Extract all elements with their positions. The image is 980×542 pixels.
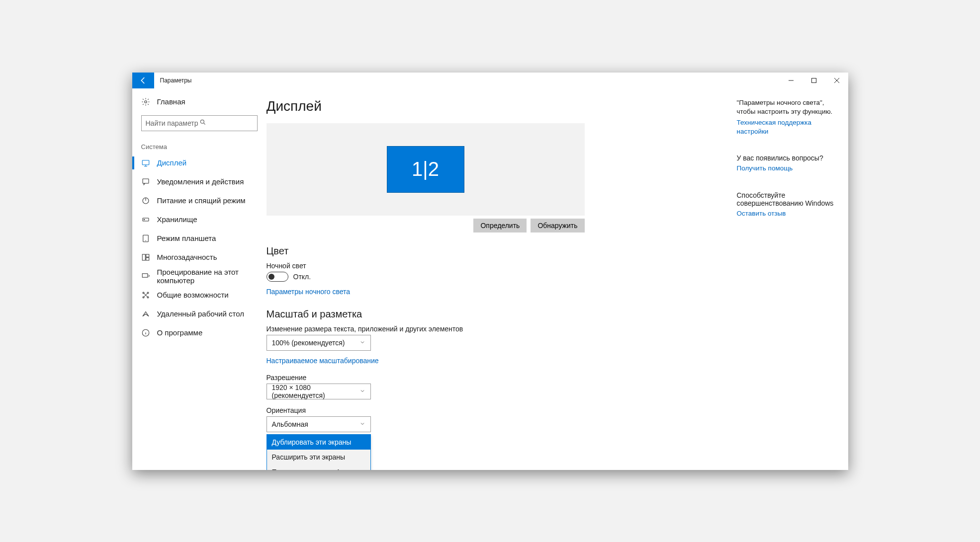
monitor-tile[interactable]: 1|2	[387, 146, 464, 193]
window-body: Главная Найти параметр Система Дисплей У…	[132, 88, 848, 470]
chevron-down-icon	[359, 420, 365, 428]
resolution-value: 1920 × 1080 (рекомендуется)	[272, 384, 359, 399]
search-placeholder: Найти параметр	[146, 119, 199, 127]
color-heading: Цвет	[267, 245, 727, 257]
notification-icon	[141, 177, 150, 186]
search-input[interactable]: Найти параметр	[141, 115, 258, 131]
power-icon	[141, 196, 150, 205]
orientation-label: Ориентация	[267, 406, 727, 414]
info-panel: "Параметры ночного света", чтобы настрои…	[727, 98, 836, 470]
svg-point-1	[144, 100, 147, 103]
monitor-label: 1|2	[412, 158, 439, 180]
detect-button[interactable]: Обнаружить	[531, 219, 584, 232]
page-title: Дисплей	[267, 98, 727, 114]
scale-heading: Масштаб и разметка	[267, 309, 727, 320]
multiple-displays-dropdown: Дублировать эти экраны Расширить эти экр…	[267, 434, 371, 470]
window-controls	[780, 73, 848, 88]
svg-rect-12	[142, 273, 148, 277]
sidebar-item-label: Питание и спящий режим	[157, 196, 246, 205]
sidebar-item-about[interactable]: О программе	[132, 323, 267, 342]
nav-group-label: Система	[132, 138, 267, 154]
sidebar-item-label: Хранилище	[157, 215, 197, 224]
night-light-label: Ночной свет	[267, 262, 727, 270]
back-button[interactable]	[132, 73, 154, 88]
sidebar-item-display[interactable]: Дисплей	[132, 154, 267, 172]
window-title: Параметры	[154, 73, 780, 88]
night-light-state: Откл.	[293, 273, 311, 281]
svg-rect-10	[146, 254, 149, 257]
svg-rect-0	[811, 78, 816, 82]
svg-point-7	[144, 219, 145, 220]
sidebar-item-storage[interactable]: Хранилище	[132, 210, 267, 229]
info-icon	[141, 328, 150, 337]
svg-point-2	[200, 120, 204, 123]
sidebar-item-multitask[interactable]: Многозадачность	[132, 248, 267, 267]
sidebar-item-remote[interactable]: Удаленный рабочий стол	[132, 305, 267, 323]
search-icon	[199, 119, 253, 127]
svg-rect-3	[142, 160, 149, 164]
chevron-down-icon	[359, 339, 365, 347]
display-icon	[141, 158, 150, 167]
remote-icon	[141, 310, 150, 318]
sidebar-item-notifications[interactable]: Уведомления и действия	[132, 172, 267, 191]
resolution-label: Разрешение	[267, 374, 727, 382]
night-light-toggle[interactable]	[267, 272, 288, 282]
orientation-value: Альбомная	[272, 420, 308, 428]
home-label: Главная	[157, 97, 185, 106]
sidebar-item-label: Проецирование на этот компьютер	[157, 268, 258, 285]
project-icon	[141, 272, 150, 281]
sidebar-item-label: О программе	[157, 328, 203, 337]
main-area: Дисплей 1|2 Определить Обнаружить Цвет Н…	[267, 88, 848, 470]
sidebar-item-label: Удаленный рабочий стол	[157, 310, 244, 318]
content: Дисплей 1|2 Определить Обнаружить Цвет Н…	[267, 98, 727, 470]
gear-icon	[141, 97, 150, 106]
sidebar-item-shared[interactable]: Общие возможности	[132, 286, 267, 305]
improve-heading: Способствуйте совершенствованию Windows	[737, 191, 836, 207]
minimize-button[interactable]	[780, 73, 802, 88]
storage-icon	[141, 215, 150, 224]
sidebar: Главная Найти параметр Система Дисплей У…	[132, 88, 267, 470]
sidebar-item-power[interactable]: Питание и спящий режим	[132, 191, 267, 210]
titlebar: Параметры	[132, 73, 848, 88]
support-link[interactable]: Техническая поддержка настройки	[737, 118, 836, 136]
scale-value: 100% (рекомендуется)	[272, 339, 345, 347]
maximize-button[interactable]	[802, 73, 825, 88]
sidebar-item-label: Многозадачность	[157, 253, 217, 261]
resolution-combobox[interactable]: 1920 × 1080 (рекомендуется)	[267, 384, 371, 399]
dropdown-option[interactable]: Дублировать эти экраны	[267, 435, 370, 450]
svg-rect-4	[143, 179, 149, 183]
sidebar-item-label: Режим планшета	[157, 234, 216, 242]
multitask-icon	[141, 253, 150, 262]
monitor-buttons: Определить Обнаружить	[267, 216, 585, 232]
sidebar-item-label: Дисплей	[157, 158, 187, 167]
questions-heading: У вас появились вопросы?	[737, 154, 836, 162]
settings-window: Параметры Главная Найти параметр	[132, 73, 848, 470]
sidebar-item-label: Общие возможности	[157, 291, 229, 299]
orientation-combobox[interactable]: Альбомная	[267, 416, 371, 432]
dropdown-option[interactable]: Расширить эти экраны	[267, 450, 370, 465]
get-help-link[interactable]: Получить помощь	[737, 164, 836, 173]
monitor-preview[interactable]: 1|2	[267, 123, 585, 216]
scale-combobox[interactable]: 100% (рекомендуется)	[267, 335, 371, 351]
identify-button[interactable]: Определить	[473, 219, 527, 232]
home-button[interactable]: Главная	[132, 92, 267, 111]
sidebar-item-projecting[interactable]: Проецирование на этот компьютер	[132, 267, 267, 286]
sidebar-item-label: Уведомления и действия	[157, 177, 244, 186]
info-paragraph: "Параметры ночного света", чтобы настрои…	[737, 98, 836, 116]
night-light-settings-link[interactable]: Параметры ночного света	[267, 288, 351, 296]
svg-rect-11	[146, 257, 149, 260]
svg-rect-9	[142, 254, 145, 260]
shared-icon	[141, 291, 150, 300]
close-button[interactable]	[825, 73, 848, 88]
dropdown-option[interactable]: Показать только на 1	[267, 465, 370, 470]
custom-scaling-link[interactable]: Настраиваемое масштабирование	[267, 357, 379, 365]
tablet-icon	[141, 234, 150, 243]
scale-label: Изменение размера текста, приложений и д…	[267, 325, 727, 333]
sidebar-item-tablet[interactable]: Режим планшета	[132, 229, 267, 248]
chevron-down-icon	[359, 387, 365, 395]
feedback-link[interactable]: Оставить отзыв	[737, 209, 836, 218]
